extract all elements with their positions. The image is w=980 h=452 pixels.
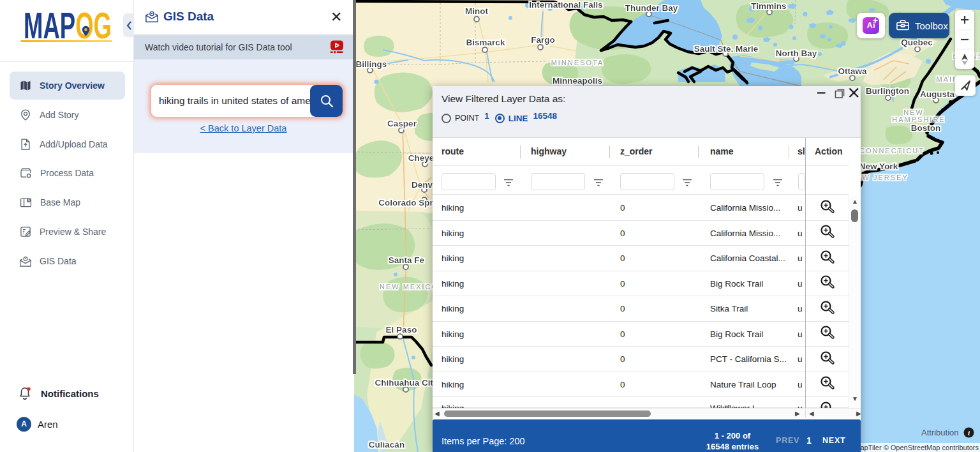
svg-text:Timmins: Timmins: [751, 1, 786, 11]
svg-text:MINNESOTA: MINNESOTA: [551, 59, 604, 66]
svg-text:El Paso: El Paso: [386, 325, 417, 335]
svg-text:Sault Ste. Marie: Sault Ste. Marie: [694, 44, 759, 54]
svg-text:HAMPSHIRE: HAMPSHIRE: [892, 116, 945, 123]
svg-text:Burlington: Burlington: [866, 86, 909, 96]
svg-text:Minot: Minot: [465, 6, 488, 16]
svg-text:Quebec: Quebec: [901, 38, 933, 47]
svg-text:Fargo: Fargo: [531, 35, 555, 45]
svg-text:Minneapolis: Minneapolis: [553, 76, 602, 86]
svg-text:Augusta: Augusta: [920, 89, 954, 99]
svg-text:International Falls: International Falls: [529, 0, 603, 10]
svg-text:Boston: Boston: [911, 123, 941, 133]
svg-text:CONNECTICUT: CONNECTICUT: [859, 147, 924, 154]
svg-text:North Bay: North Bay: [776, 49, 817, 58]
svg-text:Ottawa: Ottawa: [838, 66, 867, 76]
svg-text:Billings: Billings: [356, 59, 387, 69]
svg-text:Culiacán: Culiacán: [369, 440, 405, 449]
svg-text:Bismarck: Bismarck: [466, 38, 505, 47]
svg-text:Thunder Bay: Thunder Bay: [625, 3, 678, 13]
svg-text:NEW MEXICO: NEW MEXICO: [380, 283, 438, 290]
svg-text:Casper: Casper: [387, 119, 417, 128]
svg-text:New York: New York: [859, 162, 898, 171]
svg-text:Chihuahua City: Chihuahua City: [375, 378, 438, 388]
svg-text:Santa Fe: Santa Fe: [389, 255, 425, 265]
